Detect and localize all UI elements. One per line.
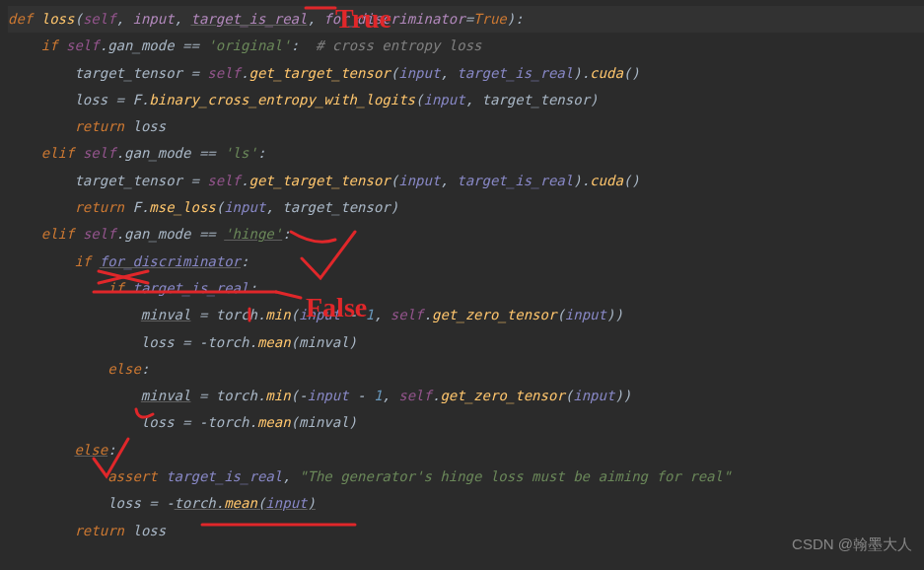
comment: # cross entropy loss (316, 37, 482, 53)
fn-name: loss (41, 11, 75, 27)
code-line: elif self.gan_mode == 'hinge': (8, 221, 924, 248)
code-line: minval = torch.min(input - 1, self.get_z… (8, 302, 924, 328)
code-line: elif self.gan_mode == 'ls': (8, 140, 924, 167)
code-line: if self.gan_mode == 'original': # cross … (8, 33, 924, 59)
code-line: minval = torch.min(-input - 1, self.get_… (8, 383, 924, 409)
code-line: return loss (8, 113, 924, 140)
keyword-def: def (8, 11, 41, 27)
code-line: if for_discriminator: (8, 249, 924, 275)
code-line: loss = -torch.mean(minval) (8, 329, 924, 356)
code-line: else: (8, 356, 924, 383)
code-line: assert target_is_real, "The generator's … (8, 463, 924, 490)
code-line: target_tensor = self.get_target_tensor(i… (8, 60, 924, 87)
code-line: return F.mse_loss(input, target_tensor) (8, 194, 924, 221)
code-line: target_tensor = self.get_target_tensor(i… (8, 168, 924, 194)
code-line: else: (8, 437, 924, 463)
code-line: loss = F.binary_cross_entropy_with_logit… (8, 87, 924, 113)
code-line: def loss(self, input, target_is_real, fo… (8, 6, 924, 33)
code-editor: def loss(self, input, target_is_real, fo… (0, 0, 924, 544)
code-line: loss = -torch.mean(input) (8, 490, 924, 517)
code-line: return loss (8, 518, 924, 544)
code-line: loss = -torch.mean(minval) (8, 409, 924, 436)
watermark: CSDN @翰墨大人 (792, 530, 912, 558)
code-line: if target_is_real: (8, 275, 924, 302)
